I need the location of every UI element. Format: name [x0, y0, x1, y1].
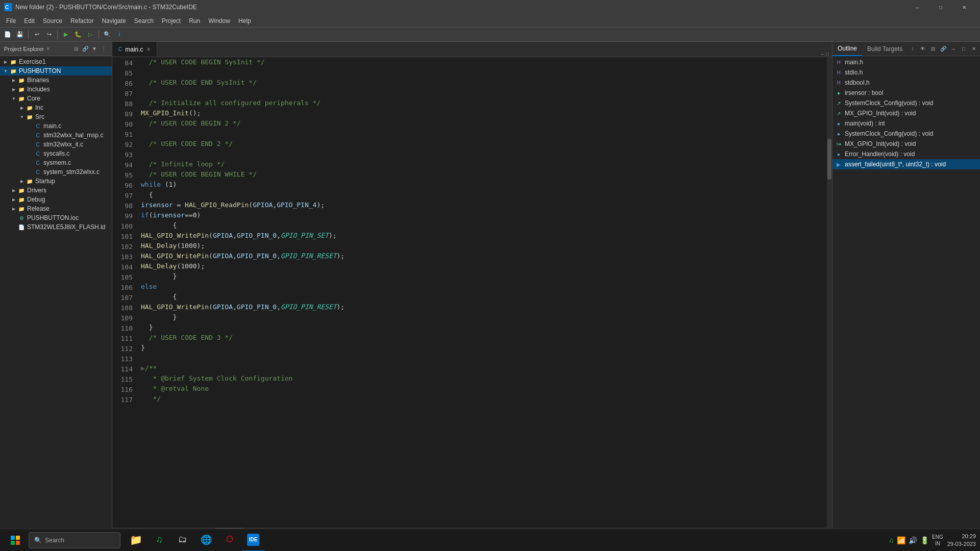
menu-window[interactable]: Window [204, 16, 234, 26]
tb-search[interactable]: 🔍 [102, 29, 113, 40]
tree-item-exercise1[interactable]: ▶ 📁 Exercise1 [0, 57, 112, 66]
tray-network-icon[interactable]: 📶 [897, 536, 905, 544]
taskbar-app-opera[interactable]: O [218, 529, 241, 552]
menu-edit[interactable]: Edit [20, 16, 39, 26]
tree-item-drivers[interactable]: ▶ 📁 Drivers [0, 186, 112, 195]
menu-search[interactable]: Search [130, 16, 158, 26]
tree-item-syscalls[interactable]: ▶ C syscalls.c [0, 149, 112, 158]
tab-outline[interactable]: Outline [832, 42, 862, 56]
outline-close-icon[interactable]: ✕ [970, 45, 978, 53]
outline-hide-icon[interactable]: 👁 [919, 45, 927, 53]
tab-min-icon[interactable]: – [821, 51, 824, 57]
outline-item-main-h[interactable]: H main.h [832, 57, 980, 67]
tree-item-it-c[interactable]: ▶ C stm32wlxx_it.c [0, 140, 112, 149]
outline-item-sysclock1[interactable]: ↗ SystemClock_Config(void) : void [832, 98, 980, 108]
outline-item-error-handler[interactable]: ● Error_Handler(void) : void [832, 149, 980, 159]
code-line: { [141, 220, 827, 231]
outline-max-icon[interactable]: □ [960, 45, 968, 53]
panel-menu-btn[interactable]: ⋮ [100, 45, 108, 53]
tb-undo[interactable]: ↩ [31, 29, 42, 40]
menu-help[interactable]: Help [234, 16, 255, 26]
tb-new[interactable]: 📄 [2, 29, 13, 40]
tree-item-main-c[interactable]: ▶ C main.c [0, 121, 112, 131]
tb-info[interactable]: ℹ [114, 29, 125, 40]
outline-item-sysclock2[interactable]: ● SystemClock_Config(void) : void [832, 129, 980, 139]
tb-save[interactable]: 💾 [14, 29, 26, 40]
code-editor[interactable]: 8485868788 8990919293 9495969798 9910010… [112, 57, 832, 528]
outline-min-icon[interactable]: – [949, 45, 958, 53]
taskbar-app-spotify[interactable]: ♫ [148, 529, 170, 552]
menu-project[interactable]: Project [158, 16, 185, 26]
menu-run[interactable]: Run [185, 16, 204, 26]
tree-item-ld[interactable]: ▶ 📄 STM32WLE5J8IX_FLASH.ld [0, 222, 112, 232]
tab-build-targets[interactable]: Build Targets [862, 42, 908, 56]
tree-item-includes[interactable]: ▶ 📁 Includes [0, 85, 112, 94]
outline-item-stdbool-h[interactable]: H stdbool.h [832, 78, 980, 88]
outline-item-stdio-h[interactable]: H stdio.h [832, 67, 980, 78]
tray-volume-icon[interactable]: 🔊 [909, 536, 917, 544]
tb-redo[interactable]: ↪ [43, 29, 55, 40]
code-line: /* USER CODE BEGIN SysInit */ [141, 57, 827, 67]
close-button[interactable]: ✕ [952, 0, 976, 14]
menu-refactor[interactable]: Refactor [66, 16, 97, 26]
taskbar-app-chrome[interactable]: 🌐 [195, 529, 217, 552]
tree-item-binaries[interactable]: ▶ 📁 Binaries [0, 76, 112, 85]
link-icon[interactable]: 🔗 [81, 45, 89, 53]
tree-item-src[interactable]: ▼ 📁 Src [0, 112, 112, 121]
tray-spotify-icon[interactable]: ♫ [889, 536, 894, 544]
menu-file[interactable]: File [2, 16, 20, 26]
tree-item-release[interactable]: ▶ 📁 Release [0, 204, 112, 213]
code-line: * @retval None [141, 384, 827, 394]
outline-label: main(void) : int [845, 120, 885, 127]
menu-navigate[interactable]: Navigate [97, 16, 130, 26]
outline-item-mxgpio1[interactable]: ↗ MX_GPIO_Init(void) : void [832, 108, 980, 118]
folder-icon-exercise1: 📁 [9, 58, 17, 66]
outline-item-assert-failed[interactable]: ▶ assert_failed(uint8_t*, uint32_t) : vo… [832, 159, 980, 169]
tree-item-core[interactable]: ▼ 📁 Core [0, 94, 112, 103]
tab-main-c[interactable]: C main.c ✕ [112, 42, 157, 57]
outline-link-icon[interactable]: 🔗 [939, 45, 947, 53]
outline-sort-icon[interactable]: ↕ [909, 45, 917, 53]
tb-run[interactable]: ▷ [85, 29, 96, 40]
menu-source[interactable]: Source [39, 16, 66, 26]
tree-item-system-c[interactable]: ▶ C system_stm32wlxx.c [0, 167, 112, 177]
tree-label-startup: Startup [35, 178, 55, 185]
outline-item-mxgpio2[interactable]: S● MX_GPIO_Init(void) : void [832, 139, 980, 149]
code-line [141, 149, 827, 159]
code-line: while (1) [141, 180, 827, 190]
svg-rect-5 [16, 541, 20, 545]
maximize-button[interactable]: □ [929, 0, 952, 14]
tree-item-sysmem[interactable]: ▶ C sysmem.c [0, 158, 112, 167]
arrow-src: ▼ [18, 115, 26, 119]
taskbar-search[interactable]: 🔍 Search [29, 532, 120, 548]
outline-item-irsensor[interactable]: ● irsensor : bool [832, 88, 980, 98]
outline-item-main[interactable]: ● main(void) : int [832, 118, 980, 129]
code-content[interactable]: /* USER CODE BEGIN SysInit */ /* USER CO… [137, 57, 827, 528]
tab-max-icon[interactable]: □ [826, 51, 829, 57]
header-file-icon: H [835, 79, 843, 87]
tray-battery-icon[interactable]: 🔋 [920, 536, 929, 544]
editor-scrollbar-thumb[interactable] [827, 139, 831, 180]
filter-icon[interactable]: ▼ [90, 45, 99, 53]
start-button[interactable] [4, 529, 27, 552]
file-icon-system-c: C [34, 168, 42, 176]
tree-item-debug[interactable]: ▶ 📁 Debug [0, 195, 112, 204]
tree-item-hal-msp[interactable]: ▶ C stm32wlxx_hal_msp.c [0, 131, 112, 140]
tree-item-ioc[interactable]: ▶ ⚙ PUSHBUTTON.ioc [0, 213, 112, 222]
tab-close-icon[interactable]: ✕ [146, 46, 151, 52]
tb-build[interactable]: ▶ [60, 29, 71, 40]
taskbar-app-file-explorer[interactable]: 📁 [125, 529, 147, 552]
tb-debug[interactable]: 🐛 [72, 29, 84, 40]
outline-collapse-icon[interactable]: ⊟ [929, 45, 937, 53]
tree-label-release: Release [27, 205, 50, 212]
tree-item-pushbutton[interactable]: ▼ 📁 PUSHBUTTON [0, 66, 112, 76]
tree-item-inc[interactable]: ▶ 📁 Inc [0, 103, 112, 112]
tree-item-startup[interactable]: ▶ 📁 Startup [0, 177, 112, 186]
minimize-button[interactable]: – [905, 0, 929, 14]
editor-scrollbar-vertical[interactable] [827, 57, 832, 528]
collapse-all-icon[interactable]: ⊟ [72, 45, 80, 53]
tray-time[interactable]: 20:29 29-03-2023 [947, 533, 976, 547]
taskbar-app-explorer[interactable]: 🗂 [172, 529, 194, 552]
taskbar-app-ide[interactable]: IDE [242, 529, 264, 552]
tray-lang[interactable]: ENG IN [932, 534, 943, 547]
